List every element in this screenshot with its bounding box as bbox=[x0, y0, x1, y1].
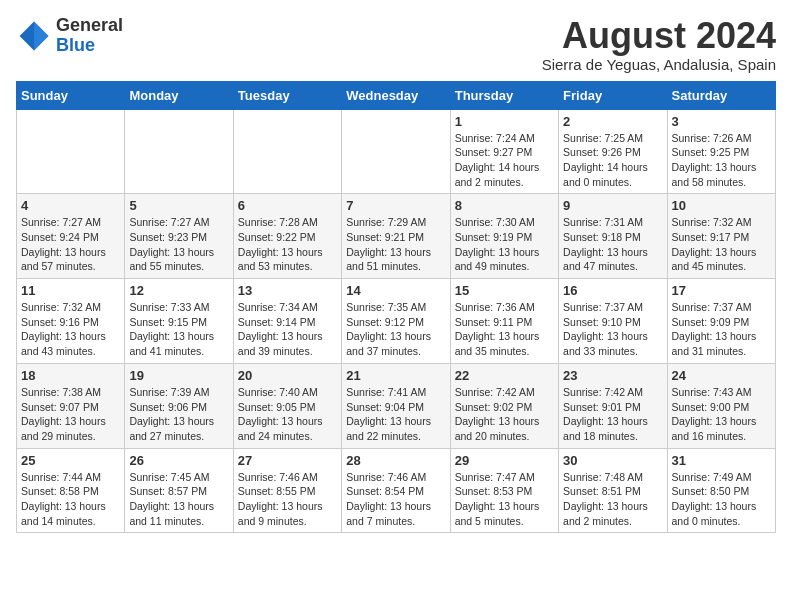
calendar-week-row: 4Sunrise: 7:27 AMSunset: 9:24 PMDaylight… bbox=[17, 194, 776, 279]
day-info: Sunrise: 7:42 AMSunset: 9:01 PMDaylight:… bbox=[563, 385, 662, 444]
day-info: Sunrise: 7:37 AMSunset: 9:09 PMDaylight:… bbox=[672, 300, 771, 359]
day-number: 11 bbox=[21, 283, 120, 298]
day-info: Sunrise: 7:34 AMSunset: 9:14 PMDaylight:… bbox=[238, 300, 337, 359]
day-number: 24 bbox=[672, 368, 771, 383]
col-friday: Friday bbox=[559, 81, 667, 109]
table-row: 13Sunrise: 7:34 AMSunset: 9:14 PMDayligh… bbox=[233, 279, 341, 364]
day-number: 7 bbox=[346, 198, 445, 213]
day-info: Sunrise: 7:26 AMSunset: 9:25 PMDaylight:… bbox=[672, 131, 771, 190]
day-info: Sunrise: 7:27 AMSunset: 9:24 PMDaylight:… bbox=[21, 215, 120, 274]
table-row: 22Sunrise: 7:42 AMSunset: 9:02 PMDayligh… bbox=[450, 363, 558, 448]
day-number: 21 bbox=[346, 368, 445, 383]
table-row: 21Sunrise: 7:41 AMSunset: 9:04 PMDayligh… bbox=[342, 363, 450, 448]
calendar-header-row: Sunday Monday Tuesday Wednesday Thursday… bbox=[17, 81, 776, 109]
day-info: Sunrise: 7:48 AMSunset: 8:51 PMDaylight:… bbox=[563, 470, 662, 529]
col-thursday: Thursday bbox=[450, 81, 558, 109]
day-number: 10 bbox=[672, 198, 771, 213]
table-row: 3Sunrise: 7:26 AMSunset: 9:25 PMDaylight… bbox=[667, 109, 775, 194]
day-info: Sunrise: 7:31 AMSunset: 9:18 PMDaylight:… bbox=[563, 215, 662, 274]
col-tuesday: Tuesday bbox=[233, 81, 341, 109]
day-info: Sunrise: 7:35 AMSunset: 9:12 PMDaylight:… bbox=[346, 300, 445, 359]
month-title: August 2024 bbox=[542, 16, 776, 56]
table-row: 1Sunrise: 7:24 AMSunset: 9:27 PMDaylight… bbox=[450, 109, 558, 194]
day-info: Sunrise: 7:32 AMSunset: 9:17 PMDaylight:… bbox=[672, 215, 771, 274]
table-row: 26Sunrise: 7:45 AMSunset: 8:57 PMDayligh… bbox=[125, 448, 233, 533]
day-number: 19 bbox=[129, 368, 228, 383]
calendar-table: Sunday Monday Tuesday Wednesday Thursday… bbox=[16, 81, 776, 534]
day-number: 5 bbox=[129, 198, 228, 213]
page-header: General Blue August 2024 Sierra de Yegua… bbox=[16, 16, 776, 73]
day-info: Sunrise: 7:39 AMSunset: 9:06 PMDaylight:… bbox=[129, 385, 228, 444]
table-row: 18Sunrise: 7:38 AMSunset: 9:07 PMDayligh… bbox=[17, 363, 125, 448]
day-number: 22 bbox=[455, 368, 554, 383]
table-row: 19Sunrise: 7:39 AMSunset: 9:06 PMDayligh… bbox=[125, 363, 233, 448]
day-number: 1 bbox=[455, 114, 554, 129]
table-row: 27Sunrise: 7:46 AMSunset: 8:55 PMDayligh… bbox=[233, 448, 341, 533]
table-row: 20Sunrise: 7:40 AMSunset: 9:05 PMDayligh… bbox=[233, 363, 341, 448]
day-number: 15 bbox=[455, 283, 554, 298]
table-row: 2Sunrise: 7:25 AMSunset: 9:26 PMDaylight… bbox=[559, 109, 667, 194]
logo: General Blue bbox=[16, 16, 123, 56]
calendar-week-row: 11Sunrise: 7:32 AMSunset: 9:16 PMDayligh… bbox=[17, 279, 776, 364]
day-number: 14 bbox=[346, 283, 445, 298]
day-number: 4 bbox=[21, 198, 120, 213]
day-number: 17 bbox=[672, 283, 771, 298]
title-block: August 2024 Sierra de Yeguas, Andalusia,… bbox=[542, 16, 776, 73]
calendar-week-row: 1Sunrise: 7:24 AMSunset: 9:27 PMDaylight… bbox=[17, 109, 776, 194]
day-info: Sunrise: 7:37 AMSunset: 9:10 PMDaylight:… bbox=[563, 300, 662, 359]
table-row: 5Sunrise: 7:27 AMSunset: 9:23 PMDaylight… bbox=[125, 194, 233, 279]
day-number: 30 bbox=[563, 453, 662, 468]
location-title: Sierra de Yeguas, Andalusia, Spain bbox=[542, 56, 776, 73]
table-row: 14Sunrise: 7:35 AMSunset: 9:12 PMDayligh… bbox=[342, 279, 450, 364]
col-wednesday: Wednesday bbox=[342, 81, 450, 109]
day-info: Sunrise: 7:25 AMSunset: 9:26 PMDaylight:… bbox=[563, 131, 662, 190]
col-saturday: Saturday bbox=[667, 81, 775, 109]
table-row: 31Sunrise: 7:49 AMSunset: 8:50 PMDayligh… bbox=[667, 448, 775, 533]
day-info: Sunrise: 7:38 AMSunset: 9:07 PMDaylight:… bbox=[21, 385, 120, 444]
day-number: 23 bbox=[563, 368, 662, 383]
day-number: 9 bbox=[563, 198, 662, 213]
table-row: 29Sunrise: 7:47 AMSunset: 8:53 PMDayligh… bbox=[450, 448, 558, 533]
day-info: Sunrise: 7:33 AMSunset: 9:15 PMDaylight:… bbox=[129, 300, 228, 359]
day-info: Sunrise: 7:45 AMSunset: 8:57 PMDaylight:… bbox=[129, 470, 228, 529]
day-number: 29 bbox=[455, 453, 554, 468]
calendar-week-row: 18Sunrise: 7:38 AMSunset: 9:07 PMDayligh… bbox=[17, 363, 776, 448]
day-info: Sunrise: 7:32 AMSunset: 9:16 PMDaylight:… bbox=[21, 300, 120, 359]
day-number: 27 bbox=[238, 453, 337, 468]
day-info: Sunrise: 7:30 AMSunset: 9:19 PMDaylight:… bbox=[455, 215, 554, 274]
svg-marker-1 bbox=[34, 21, 48, 50]
day-number: 20 bbox=[238, 368, 337, 383]
calendar-week-row: 25Sunrise: 7:44 AMSunset: 8:58 PMDayligh… bbox=[17, 448, 776, 533]
day-info: Sunrise: 7:49 AMSunset: 8:50 PMDaylight:… bbox=[672, 470, 771, 529]
table-row bbox=[342, 109, 450, 194]
day-number: 18 bbox=[21, 368, 120, 383]
table-row: 7Sunrise: 7:29 AMSunset: 9:21 PMDaylight… bbox=[342, 194, 450, 279]
logo-icon bbox=[16, 18, 52, 54]
day-info: Sunrise: 7:46 AMSunset: 8:55 PMDaylight:… bbox=[238, 470, 337, 529]
day-number: 6 bbox=[238, 198, 337, 213]
table-row: 10Sunrise: 7:32 AMSunset: 9:17 PMDayligh… bbox=[667, 194, 775, 279]
day-number: 3 bbox=[672, 114, 771, 129]
day-number: 25 bbox=[21, 453, 120, 468]
day-info: Sunrise: 7:44 AMSunset: 8:58 PMDaylight:… bbox=[21, 470, 120, 529]
day-number: 12 bbox=[129, 283, 228, 298]
table-row: 16Sunrise: 7:37 AMSunset: 9:10 PMDayligh… bbox=[559, 279, 667, 364]
day-info: Sunrise: 7:46 AMSunset: 8:54 PMDaylight:… bbox=[346, 470, 445, 529]
day-info: Sunrise: 7:41 AMSunset: 9:04 PMDaylight:… bbox=[346, 385, 445, 444]
day-info: Sunrise: 7:40 AMSunset: 9:05 PMDaylight:… bbox=[238, 385, 337, 444]
day-info: Sunrise: 7:28 AMSunset: 9:22 PMDaylight:… bbox=[238, 215, 337, 274]
table-row: 15Sunrise: 7:36 AMSunset: 9:11 PMDayligh… bbox=[450, 279, 558, 364]
table-row: 28Sunrise: 7:46 AMSunset: 8:54 PMDayligh… bbox=[342, 448, 450, 533]
table-row: 30Sunrise: 7:48 AMSunset: 8:51 PMDayligh… bbox=[559, 448, 667, 533]
day-number: 13 bbox=[238, 283, 337, 298]
table-row bbox=[125, 109, 233, 194]
table-row: 11Sunrise: 7:32 AMSunset: 9:16 PMDayligh… bbox=[17, 279, 125, 364]
table-row: 24Sunrise: 7:43 AMSunset: 9:00 PMDayligh… bbox=[667, 363, 775, 448]
col-monday: Monday bbox=[125, 81, 233, 109]
table-row: 12Sunrise: 7:33 AMSunset: 9:15 PMDayligh… bbox=[125, 279, 233, 364]
day-info: Sunrise: 7:29 AMSunset: 9:21 PMDaylight:… bbox=[346, 215, 445, 274]
table-row bbox=[233, 109, 341, 194]
col-sunday: Sunday bbox=[17, 81, 125, 109]
day-number: 8 bbox=[455, 198, 554, 213]
day-number: 26 bbox=[129, 453, 228, 468]
